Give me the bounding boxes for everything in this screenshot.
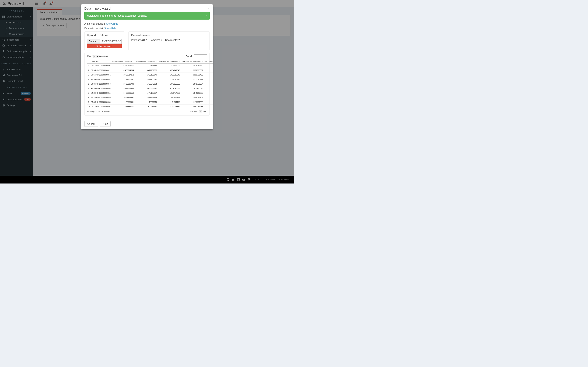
table-row: 4ENSRNOG0000000004711.2120753710.9276554… <box>87 77 213 82</box>
close-icon[interactable]: × <box>208 7 210 10</box>
table-row: 9ENSRNOG0000000006811.2735998111.1364444… <box>87 100 213 105</box>
modal-title: Data import wizard <box>84 7 111 10</box>
entries-info: Showing 1 to 10 of 10 entries <box>87 111 110 113</box>
cancel-button[interactable]: Cancel <box>84 121 98 127</box>
search-input[interactable] <box>194 55 207 58</box>
column-header[interactable]: SHR.adrenals_replicate.3⇵ <box>181 59 204 64</box>
pagination: Previous 1 Next <box>190 110 207 113</box>
table-row: 7ENSRNOG0000000005510.3088155310.4812563… <box>87 91 213 95</box>
table-row: 8ENSRNOG0000000006010.4781849110.5364284… <box>87 95 213 100</box>
prev-page[interactable]: Previous <box>190 111 197 113</box>
samples-stat: Samples: 6 <box>150 39 162 42</box>
current-page[interactable]: 1 <box>199 110 202 113</box>
selected-file-name: E-GEOD-1675-A-AFFY- <box>100 39 122 44</box>
table-row: 1ENSRNOG000000000076.8308540567.00615717… <box>87 64 213 68</box>
success-alert: Uploaded file is identical to loaded exp… <box>84 12 210 20</box>
sort-icon: ⇵ <box>132 61 134 62</box>
sort-icon: ⇵ <box>202 61 203 62</box>
column-header[interactable]: WKY.adrenals_replicate.1⇵ <box>204 59 213 64</box>
upload-progress: Upload complete <box>87 44 122 48</box>
data-preview-card: Data10review Search: Gene.ID⇵WKY.adrenal… <box>84 53 210 116</box>
next-button[interactable]: Next <box>100 121 111 127</box>
data-import-wizard-modal: Data import wizard × Uploaded file is id… <box>81 4 213 129</box>
show-hide-checklist-link[interactable]: Show/Hide <box>104 27 116 30</box>
search-label: Search: <box>186 55 193 58</box>
treatments-stat: Treatments: 2 <box>165 39 180 42</box>
column-header[interactable] <box>87 59 90 64</box>
example-row: A minimal example. Show/Hide <box>84 22 210 25</box>
table-row: 6ENSRNOG000000000539.1777644838.95656342… <box>87 86 213 91</box>
column-header[interactable]: Gene.ID⇵ <box>90 59 111 64</box>
table-row: 5ENSRNOG0000000004810.3560879310.3257083… <box>87 82 213 86</box>
data-preview-table: Gene.ID⇵WKY.adrenals_replicate.2⇵SHR.adr… <box>87 59 213 109</box>
table-row: 2ENSRNOG000000000218.4359145848.47123769… <box>87 68 213 73</box>
alert-text: Uploaded file is identical to loaded exp… <box>87 14 147 17</box>
browse-button[interactable]: Browse... <box>87 39 100 44</box>
page-size-select[interactable]: 10 <box>93 55 99 58</box>
preview-heading: Data10review <box>87 55 108 58</box>
column-header[interactable]: SHR.adrenals_replicate.1⇵ <box>134 59 157 64</box>
sort-icon: ⇵ <box>98 61 99 62</box>
next-page[interactable]: Next <box>203 111 207 113</box>
alert-close-icon[interactable]: × <box>206 14 208 17</box>
show-hide-example-link[interactable]: Show/Hide <box>106 22 118 25</box>
details-card: Dataset details Proteins: 4422 Samples: … <box>129 32 210 50</box>
table-row: 3ENSRNOG0000000004110.0351725210.0013387… <box>87 73 213 77</box>
table-row: 10ENSRNOG000000000967.2678360717.3294677… <box>87 105 213 109</box>
details-heading: Dataset details <box>131 34 207 37</box>
column-header[interactable]: SHR.adrenals_replicate.2⇵ <box>157 59 181 64</box>
modal-overlay: Data import wizard × Uploaded file is id… <box>0 0 294 184</box>
sort-icon: ⇵ <box>156 61 157 62</box>
upload-card: Upload a dataset Browse... E-GEOD-1675-A… <box>84 32 124 50</box>
checklist-row: Dataset checklist. Show/Hide <box>84 27 210 30</box>
upload-heading: Upload a dataset <box>87 34 122 37</box>
column-header[interactable]: WKY.adrenals_replicate.2⇵ <box>111 59 134 64</box>
sort-icon: ⇵ <box>179 61 180 62</box>
proteins-stat: Proteins: 4422 <box>131 39 147 42</box>
